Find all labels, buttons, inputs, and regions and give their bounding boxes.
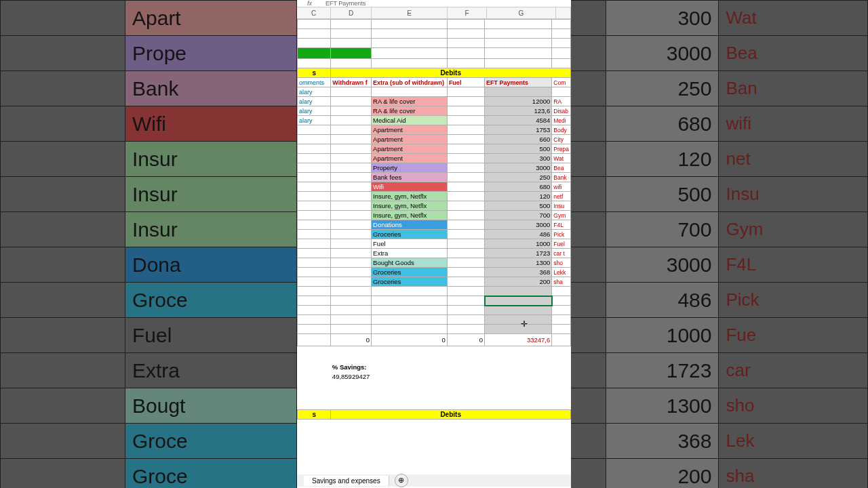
val-cell[interactable]: 1753 <box>485 125 552 135</box>
cat-cell[interactable]: Wifi <box>372 182 448 192</box>
val-cell[interactable]: 120 <box>485 192 552 201</box>
val-cell[interactable]: 3000 <box>485 220 552 230</box>
savings-value[interactable]: 49,85929427 <box>331 372 448 382</box>
hdr-comments[interactable]: omments <box>298 78 331 87</box>
col-header-D[interactable]: D <box>331 7 372 19</box>
spreadsheet-grid[interactable]: sDebitsommentsWithdrawn fExtra (sub of w… <box>297 19 571 424</box>
cat-cell[interactable]: Apartment <box>372 125 448 135</box>
cat-cell[interactable]: Donations <box>372 220 448 230</box>
cat-cell[interactable]: Extra <box>372 249 448 258</box>
col-header-C[interactable]: C <box>297 7 331 19</box>
val-cell[interactable]: 250 <box>485 173 552 182</box>
cat-cell[interactable]: Insure, gym, Netflx <box>372 201 448 211</box>
val-cell[interactable]: 660 <box>485 135 552 144</box>
formula-bar[interactable]: fx EFT Payments <box>297 0 571 7</box>
cat-cell[interactable]: Bank fees <box>372 173 448 182</box>
debits-header[interactable]: Debits <box>331 68 571 78</box>
val-cell[interactable]: 200 <box>485 277 552 287</box>
val-cell[interactable]: 4584 <box>485 116 552 125</box>
debits-header-bottom[interactable]: Debits <box>331 410 571 420</box>
hdr-fuel[interactable]: Fuel <box>447 78 484 87</box>
cat-cell[interactable]: Apartment <box>372 135 448 144</box>
val-cell[interactable]: 1000 <box>485 239 552 249</box>
val-cell[interactable]: 12000 <box>485 97 552 106</box>
column-headers-row: C D E F G <box>297 7 571 19</box>
cat-cell[interactable]: Groceries <box>372 230 448 239</box>
sheet-tab-bar: Savings and expenses ⊕ <box>297 474 571 487</box>
cat-cell[interactable]: Insure, gym, Netflx <box>372 211 448 220</box>
hdr-eft[interactable]: EFT Payments <box>485 78 552 87</box>
val-cell[interactable]: 368 <box>485 268 552 277</box>
add-sheet-button[interactable]: ⊕ <box>395 474 408 487</box>
val-cell[interactable]: 123,6 <box>485 106 552 116</box>
val-cell[interactable]: 3000 <box>485 163 552 173</box>
cat-cell[interactable]: Apartment <box>372 154 448 163</box>
bg-right-panel: 300Wat3000Bea250Ban680wifi120net500Insu7… <box>570 0 868 488</box>
hdr-withdrawn[interactable]: Withdrawn f <box>331 78 372 87</box>
selected-cell[interactable] <box>485 296 552 306</box>
cat-cell[interactable]: RA & life cover <box>372 106 448 116</box>
cat-cell[interactable]: Apartment <box>372 144 448 154</box>
col-header-E[interactable]: E <box>372 7 448 19</box>
cat-cell[interactable]: Property <box>372 163 448 173</box>
total-F[interactable]: 0 <box>447 334 484 346</box>
val-cell[interactable]: 680 <box>485 182 552 192</box>
val-cell[interactable]: 300 <box>485 154 552 163</box>
col-header-G[interactable]: G <box>487 7 556 19</box>
bg-left-panel: ApartPropeBankWifiInsurInsurInsurDonaGro… <box>0 0 297 488</box>
cat-cell[interactable]: Groceries <box>372 277 448 287</box>
cat-cell[interactable]: Insure, gym, Netflx <box>372 192 448 201</box>
total-E[interactable]: 0 <box>372 334 448 346</box>
cat-cell[interactable]: Groceries <box>372 268 448 277</box>
val-cell[interactable]: 1723 <box>485 249 552 258</box>
col-header-F[interactable]: F <box>448 7 487 19</box>
cat-cell[interactable]: Fuel <box>372 239 448 249</box>
cursor-icon: ✛ <box>521 319 528 329</box>
cat-cell[interactable]: Medical Aid <box>372 116 448 125</box>
val-cell[interactable]: 500 <box>485 201 552 211</box>
spreadsheet-viewport: fx EFT Payments C D E F G sDebitsomments… <box>297 0 571 488</box>
total-G[interactable]: 33247,6 <box>485 334 552 346</box>
sheet-tab-active[interactable]: Savings and expenses <box>304 476 389 486</box>
total-D[interactable]: 0 <box>331 334 372 346</box>
val-cell[interactable]: 1300 <box>485 258 552 268</box>
header-left[interactable]: s <box>298 68 331 78</box>
cat-cell[interactable]: RA & life cover <box>372 97 448 106</box>
val-cell[interactable]: 486 <box>485 230 552 239</box>
val-cell[interactable]: 700 <box>485 211 552 220</box>
hdr-com[interactable]: Com <box>552 78 571 87</box>
formula-value[interactable]: EFT Payments <box>326 0 366 7</box>
val-cell[interactable]: 500 <box>485 144 552 154</box>
col-header-H[interactable] <box>556 7 571 19</box>
cat-cell[interactable]: Bought Goods <box>372 258 448 268</box>
hdr-extra[interactable]: Extra (sub of withdrawn) <box>372 78 448 87</box>
fx-icon: fx <box>307 0 312 7</box>
savings-label[interactable]: % Savings: <box>331 363 448 372</box>
